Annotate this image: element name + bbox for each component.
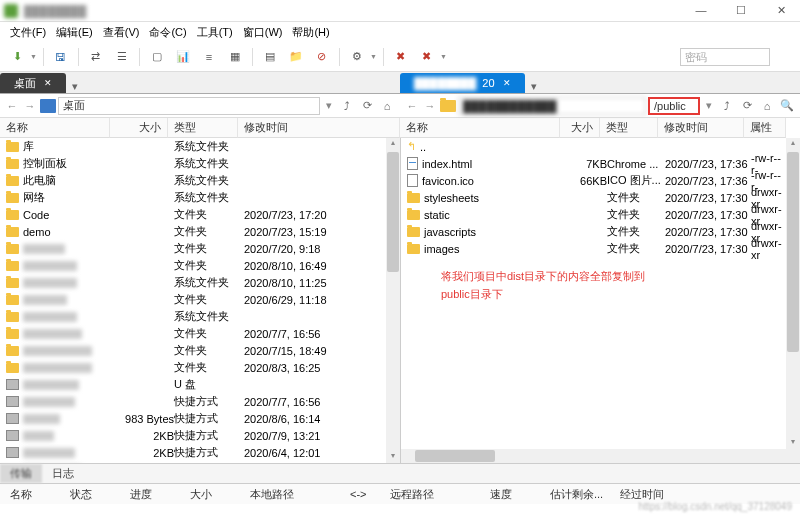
minimize-button[interactable]: — — [686, 4, 716, 17]
nav-back-icon[interactable]: ← — [4, 100, 20, 112]
delete-icon[interactable]: ✖ — [416, 46, 438, 68]
up-button[interactable]: ⤴ — [338, 97, 356, 115]
col-type[interactable]: 类型 — [600, 118, 658, 138]
stop-icon[interactable]: ⊘ — [311, 46, 333, 68]
table-row[interactable]: favicon.ico66KBICO 图片...2020/7/23, 17:36… — [401, 172, 800, 189]
table-row[interactable]: static文件夹2020/7/23, 17:30drwxr-xr — [401, 206, 800, 223]
table-row[interactable]: 系统文件夹2020/8/10, 11:25 — [0, 274, 400, 291]
table-row[interactable]: 控制面板系统文件夹 — [0, 155, 400, 172]
path-dropdown-icon[interactable]: ▾ — [702, 99, 716, 112]
table-row[interactable]: 快捷方式2020/7/7, 16:56 — [0, 393, 400, 410]
col-mtime[interactable]: 修改时间 — [238, 118, 400, 138]
col-mtime[interactable]: 修改时间 — [658, 118, 744, 138]
menu-cmd[interactable]: 命令(C) — [145, 23, 190, 42]
scroll-down-icon[interactable]: ▾ — [786, 437, 800, 449]
nav-back-icon[interactable]: ← — [404, 100, 420, 112]
table-row[interactable]: ↰.. — [401, 138, 800, 155]
table-row[interactable]: 文件夹2020/7/15, 18:49 — [0, 342, 400, 359]
list-icon[interactable]: ☰ — [111, 46, 133, 68]
password-field[interactable]: 密码 — [680, 48, 770, 66]
add-tab-button[interactable]: ▾ — [525, 80, 543, 93]
table-row[interactable]: 2KB快捷方式2020/6/4, 12:01 — [0, 444, 400, 461]
find-icon[interactable]: 🔍 — [778, 97, 796, 115]
table-row[interactable]: images文件夹2020/7/23, 17:30drwxr-xr — [401, 240, 800, 257]
scroll-up-icon[interactable]: ▴ — [786, 138, 800, 150]
menu-help[interactable]: 帮助(H) — [288, 23, 333, 42]
save-icon[interactable]: 🖫 — [50, 46, 72, 68]
stats-icon[interactable]: 📊 — [172, 46, 194, 68]
up-button[interactable]: ⤴ — [718, 97, 736, 115]
refresh-icon[interactable]: ⟳ — [358, 97, 376, 115]
close-icon[interactable]: ✕ — [503, 78, 511, 88]
col-attr[interactable]: 属性 — [744, 118, 786, 138]
table-row[interactable]: 文件夹2020/7/20, 9:18 — [0, 240, 400, 257]
table-row[interactable]: 系统文件夹 — [0, 308, 400, 325]
add-tab-button[interactable]: ▾ — [66, 80, 84, 93]
log-tab-log[interactable]: 日志 — [42, 464, 84, 483]
maximize-button[interactable]: ☐ — [726, 4, 756, 17]
col-type[interactable]: 类型 — [168, 118, 238, 138]
path-dropdown-icon[interactable]: ▾ — [322, 99, 336, 112]
scroll-thumb[interactable] — [415, 450, 495, 462]
scrollbar-v[interactable]: ▴ ▾ — [786, 138, 800, 463]
refresh-icon[interactable]: ⟳ — [738, 97, 756, 115]
grid-icon[interactable]: ▦ — [224, 46, 246, 68]
table-row[interactable]: 网络系统文件夹 — [0, 189, 400, 206]
log-tab-transfer[interactable]: 传输 — [0, 464, 42, 483]
disconnect-icon[interactable]: ✖ — [390, 46, 412, 68]
nav-fwd-icon[interactable]: → — [422, 100, 438, 112]
scroll-down-icon[interactable]: ▾ — [386, 451, 400, 463]
table-row[interactable]: 769 Bytes快捷方式2020/7/20, 14:18 — [0, 461, 400, 463]
table-row[interactable]: U 盘 — [0, 376, 400, 393]
folder-icon[interactable]: 📁 — [285, 46, 307, 68]
menu-file[interactable]: 文件(F) — [6, 23, 50, 42]
table-row[interactable]: index.html7KBChrome ...2020/7/23, 17:36-… — [401, 155, 800, 172]
table-row[interactable]: 库系统文件夹 — [0, 138, 400, 155]
table-row[interactable]: 文件夹2020/8/10, 16:49 — [0, 257, 400, 274]
drive-icon[interactable] — [40, 99, 56, 113]
remote-pane[interactable]: ↰..index.html7KBChrome ...2020/7/23, 17:… — [400, 138, 800, 463]
table-row[interactable]: stylesheets文件夹2020/7/23, 17:30drwxr-xr — [401, 189, 800, 206]
home-icon[interactable]: ⌂ — [758, 97, 776, 115]
table-row[interactable]: 文件夹2020/8/3, 16:25 — [0, 359, 400, 376]
scroll-up-icon[interactable]: ▴ — [386, 138, 400, 150]
menu-view[interactable]: 查看(V) — [99, 23, 144, 42]
remote-path-blur[interactable]: ████████████ — [458, 97, 646, 115]
square-icon[interactable]: ▢ — [146, 46, 168, 68]
local-path-box[interactable]: 桌面 — [58, 97, 320, 115]
menu-tools[interactable]: 工具(T) — [193, 23, 237, 42]
globe-icon[interactable]: ≡ — [198, 46, 220, 68]
menu-window[interactable]: 窗口(W) — [239, 23, 287, 42]
remote-path-public[interactable]: /public — [648, 97, 700, 115]
gear-icon[interactable]: ⚙ — [346, 46, 368, 68]
table-row[interactable]: javascripts文件夹2020/7/23, 17:30drwxr-xr — [401, 223, 800, 240]
file-mtime: 2020/6/29, 11:18 — [244, 294, 394, 306]
remote-tab[interactable]: ████████ 20 ✕ — [400, 73, 525, 93]
table-row[interactable]: 文件夹2020/6/29, 11:18 — [0, 291, 400, 308]
table-row[interactable]: 983 Bytes快捷方式2020/8/6, 16:14 — [0, 410, 400, 427]
table-row[interactable]: 此电脑系统文件夹 — [0, 172, 400, 189]
col-name[interactable]: 名称 — [400, 118, 560, 138]
home-icon[interactable]: ⌂ — [378, 97, 396, 115]
sync-icon[interactable]: ⇄ — [85, 46, 107, 68]
folder-icon[interactable] — [440, 100, 456, 112]
table-row[interactable]: 文件夹2020/7/7, 16:56 — [0, 325, 400, 342]
scrollbar-h[interactable] — [401, 449, 786, 463]
scrollbar-v[interactable]: ▴ ▾ — [386, 138, 400, 463]
col-size[interactable]: 大小 — [110, 118, 168, 138]
table-row[interactable]: 2KB快捷方式2020/7/9, 13:21 — [0, 427, 400, 444]
nav-fwd-icon[interactable]: → — [22, 100, 38, 112]
scroll-thumb[interactable] — [787, 152, 799, 352]
close-button[interactable]: ✕ — [766, 4, 796, 17]
table-row[interactable]: Code文件夹2020/7/23, 17:20 — [0, 206, 400, 223]
connect-icon[interactable]: ⬇ — [6, 46, 28, 68]
col-size[interactable]: 大小 — [560, 118, 600, 138]
local-pane[interactable]: 库系统文件夹控制面板系统文件夹此电脑系统文件夹网络系统文件夹Code文件夹202… — [0, 138, 400, 463]
menu-edit[interactable]: 编辑(E) — [52, 23, 97, 42]
scroll-thumb[interactable] — [387, 152, 399, 272]
local-tab[interactable]: 桌面 ✕ — [0, 73, 66, 93]
close-icon[interactable]: ✕ — [44, 78, 52, 88]
filter-icon[interactable]: ▤ — [259, 46, 281, 68]
table-row[interactable]: demo文件夹2020/7/23, 15:19 — [0, 223, 400, 240]
col-name[interactable]: 名称 — [0, 118, 110, 138]
